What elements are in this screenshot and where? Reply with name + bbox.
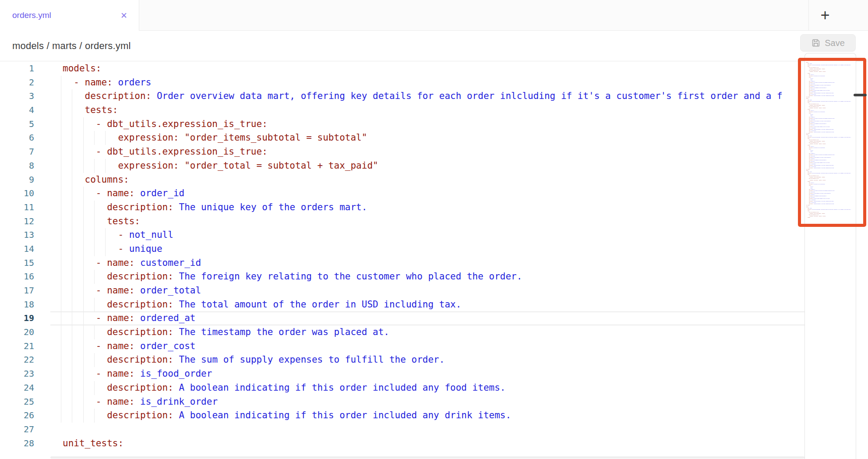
tab-orders-yml[interactable]: orders.yml ✕ xyxy=(0,0,139,31)
code-line[interactable]: description: A boolean indicating if thi… xyxy=(50,381,804,395)
line-number[interactable]: 15 xyxy=(0,256,50,270)
indent-guide xyxy=(61,242,61,256)
indent-guide xyxy=(94,201,95,215)
code-line[interactable]: - name: customer_id xyxy=(50,256,804,270)
indent-guide xyxy=(94,409,95,423)
indent-guide xyxy=(94,159,95,173)
code-line[interactable]: expression: "order_total = subtotal + ta… xyxy=(50,159,804,173)
line-number[interactable]: 5 xyxy=(0,117,50,131)
line-number[interactable]: 19 xyxy=(0,311,50,325)
indent-guide xyxy=(72,339,72,353)
indent-guide xyxy=(61,103,61,117)
line-number[interactable]: 20 xyxy=(0,325,50,339)
indent-guide xyxy=(72,395,72,409)
indent-guide xyxy=(94,270,95,284)
indent-guide xyxy=(83,367,84,381)
save-button[interactable]: Save xyxy=(800,34,856,52)
indent-guide xyxy=(61,228,61,242)
line-number[interactable]: 21 xyxy=(0,339,50,353)
code-line[interactable]: - name: order_total xyxy=(50,284,804,298)
code-line[interactable]: description: The foreign key relating to… xyxy=(50,270,804,284)
code-line[interactable]: - not_null xyxy=(50,228,804,242)
indent-guide xyxy=(72,242,72,256)
code-line[interactable]: description: The sum of supply expenses … xyxy=(50,353,804,367)
horizontal-scrollbar[interactable] xyxy=(50,456,804,459)
line-number[interactable]: 27 xyxy=(0,423,50,437)
code-line[interactable]: - name: is_food_order xyxy=(50,367,804,381)
line-number[interactable]: 24 xyxy=(0,381,50,395)
indent-guide xyxy=(72,215,72,229)
code-line[interactable]: - name: ordered_at xyxy=(50,311,804,325)
indent-guide xyxy=(72,311,72,325)
line-number[interactable]: 14 xyxy=(0,242,50,256)
code-line[interactable]: description: A boolean indicating if thi… xyxy=(50,409,804,423)
line-number[interactable]: 9 xyxy=(0,173,50,187)
line-number[interactable]: 6 xyxy=(0,131,50,145)
indent-guide xyxy=(61,270,61,284)
line-number[interactable]: 22 xyxy=(0,353,50,367)
indent-guide xyxy=(83,325,84,339)
line-number[interactable]: 17 xyxy=(0,284,50,298)
indent-guide xyxy=(72,117,72,131)
indent-guide xyxy=(72,103,72,117)
code-content[interactable]: models: - name: orders description: Orde… xyxy=(50,62,804,450)
indent-guide xyxy=(61,145,61,159)
indent-guide xyxy=(72,159,72,173)
indent-guide xyxy=(105,131,106,145)
code-editor[interactable]: 1234567891011121314151617181920212223242… xyxy=(0,61,868,459)
indent-guide xyxy=(72,284,72,298)
indent-guide xyxy=(94,298,95,312)
line-number[interactable]: 26 xyxy=(0,409,50,423)
indent-guide xyxy=(94,325,95,339)
code-line[interactable]: - name: orders xyxy=(50,76,804,90)
line-number[interactable]: 3 xyxy=(0,89,50,103)
line-number[interactable]: 16 xyxy=(0,270,50,284)
line-number[interactable]: 18 xyxy=(0,298,50,312)
code-line[interactable]: - dbt_utils.expression_is_true: xyxy=(50,145,804,159)
code-line[interactable]: expression: "order_items_subtotal = subt… xyxy=(50,131,804,145)
code-line[interactable]: description: The total amount of the ord… xyxy=(50,298,804,312)
indent-guide xyxy=(83,298,84,312)
code-line[interactable]: - dbt_utils.expression_is_true: xyxy=(50,117,804,131)
indent-guide xyxy=(83,228,84,242)
close-icon[interactable]: ✕ xyxy=(120,11,128,21)
line-number[interactable]: 4 xyxy=(0,103,50,117)
code-line[interactable]: description: The timestamp the order was… xyxy=(50,325,804,339)
breadcrumb-bar: models / marts / orders.yml Save xyxy=(0,31,868,61)
code-line[interactable]: - name: order_id xyxy=(50,187,804,201)
line-number[interactable]: 13 xyxy=(0,228,50,242)
line-number[interactable]: 8 xyxy=(0,159,50,173)
line-number[interactable]: 10 xyxy=(0,187,50,201)
code-line[interactable]: models: xyxy=(50,62,804,76)
code-line[interactable]: tests: xyxy=(50,215,804,229)
new-tab-button[interactable]: + xyxy=(815,5,836,25)
indent-guide xyxy=(72,256,72,270)
indent-guide xyxy=(61,89,61,103)
line-number[interactable]: 1 xyxy=(0,62,50,76)
code-line[interactable]: tests: xyxy=(50,103,804,117)
line-number[interactable]: 7 xyxy=(0,145,50,159)
line-number[interactable]: 11 xyxy=(0,201,50,215)
line-number[interactable]: 25 xyxy=(0,395,50,409)
line-number[interactable]: 2 xyxy=(0,76,50,90)
line-number[interactable]: 12 xyxy=(0,215,50,229)
code-line[interactable]: columns: xyxy=(50,173,804,187)
line-number[interactable]: 28 xyxy=(0,437,50,451)
indent-guide xyxy=(83,256,84,270)
code-line[interactable]: - unique xyxy=(50,242,804,256)
code-line[interactable]: - name: order_cost xyxy=(50,339,804,353)
indent-guide xyxy=(83,242,84,256)
code-line[interactable]: - name: is_drink_order xyxy=(50,395,804,409)
indent-guide xyxy=(83,311,84,325)
line-number[interactable]: 23 xyxy=(0,367,50,381)
indent-guide xyxy=(61,131,61,145)
indent-guide xyxy=(94,228,95,242)
indent-guide xyxy=(105,242,106,256)
indent-guide xyxy=(83,339,84,353)
code-line[interactable]: unit_tests: xyxy=(50,437,804,451)
code-line[interactable]: description: The unique key of the order… xyxy=(50,201,804,215)
minimap[interactable]: models: - name: orders description: Orde… xyxy=(804,53,856,459)
drag-handle[interactable] xyxy=(854,94,867,96)
code-line[interactable] xyxy=(50,423,804,437)
code-line[interactable]: description: Order overview data mart, o… xyxy=(50,89,804,103)
